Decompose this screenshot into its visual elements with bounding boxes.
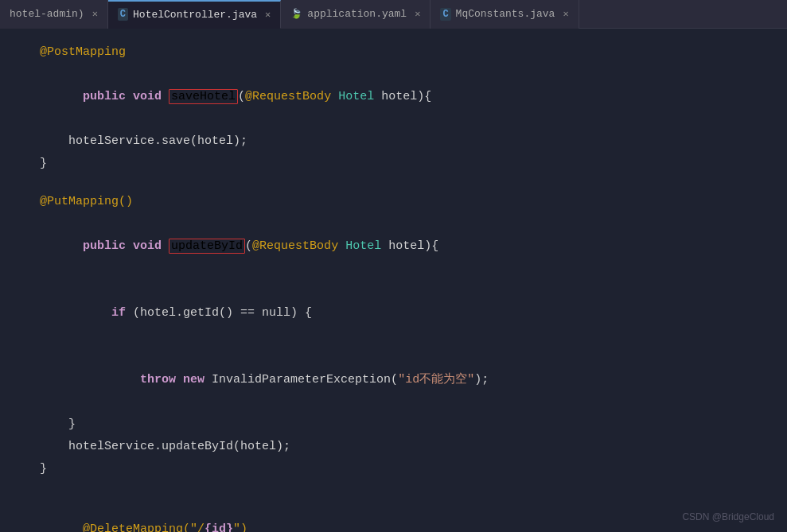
tab-hotel-admin-label: hotel-admin): [10, 8, 84, 20]
if-condition: (hotel.getId() == null) {: [126, 306, 312, 320]
line-close1: }: [40, 153, 771, 175]
line-close3: }: [40, 458, 771, 480]
kw-if: if: [111, 306, 126, 320]
updatebyid-params: (@RequestBody Hotel hotel){: [245, 239, 438, 253]
line-close2: }: [40, 414, 771, 436]
tab-application-yaml-icon: 🍃: [290, 8, 302, 20]
tab-application-yaml-close[interactable]: ✕: [415, 8, 420, 20]
line-if-null: if (hotel.getId() == null) {: [40, 280, 771, 347]
watermark: CSDN @BridgeCloud: [682, 511, 774, 522]
spacer1: [40, 175, 771, 191]
updatebyid-call-content: hotelService.updateById(hotel);: [40, 436, 771, 458]
if-null-content: if (hotel.getId() == null) {: [40, 280, 771, 347]
updatebyid-decl-content: public void updateById(@RequestBody Hote…: [40, 213, 771, 280]
tab-hotel-controller[interactable]: C HotelController.java ✕: [108, 0, 281, 29]
throw-close: );: [474, 373, 489, 386]
line-annotation2: @PutMapping(): [40, 191, 771, 213]
code-editor: @PostMapping public void saveHotel(@Requ…: [0, 29, 787, 532]
tab-hotel-controller-label: HotelController.java: [133, 9, 257, 21]
sp5: [176, 373, 183, 386]
string-id-empty: "id不能为空": [398, 373, 474, 386]
line-updatebyid-call: hotelService.updateById(hotel);: [40, 436, 771, 458]
kw-public1: public: [83, 90, 126, 103]
tab-mq-constants-label: MqConstants.java: [456, 8, 555, 20]
sp2: [162, 90, 169, 103]
tab-hotel-controller-close[interactable]: ✕: [265, 9, 271, 21]
line-savehotel-decl: public void saveHotel(@RequestBody Hotel…: [40, 64, 771, 130]
savehotel-params: (@RequestBody Hotel hotel){: [238, 90, 431, 103]
tab-hotel-controller-icon: C: [118, 8, 128, 21]
close2-content: }: [40, 414, 771, 436]
tab-bar: hotel-admin) ✕ C HotelController.java ✕ …: [0, 0, 787, 29]
throw-content: throw new InvalidParameterException("id不…: [40, 347, 771, 414]
sp4: [162, 239, 169, 253]
kw-new: new: [183, 373, 205, 386]
line-throw: throw new InvalidParameterException("id不…: [40, 347, 771, 414]
tab-mq-constants-close[interactable]: ✕: [563, 8, 568, 20]
annotation-postmapping: @PostMapping: [40, 41, 771, 64]
tab-mq-constants-icon: C: [440, 8, 450, 21]
savehotel-decl-content: public void saveHotel(@RequestBody Hotel…: [40, 64, 771, 130]
line-annotation3: @DeleteMapping("/{id}"): [40, 496, 771, 532]
kw-void2: void: [133, 239, 162, 253]
sp1: [126, 90, 133, 103]
method-updatebyid: updateById: [169, 239, 245, 254]
line-annotation1: @PostMapping: [40, 41, 771, 64]
line-updatebyid-decl: public void updateById(@RequestBody Hote…: [40, 213, 771, 280]
indent2: [83, 373, 140, 386]
save-call-content: hotelService.save(hotel);: [40, 130, 771, 153]
close1-content: }: [40, 153, 771, 175]
tab-application-yaml[interactable]: 🍃 application.yaml ✕: [281, 0, 431, 29]
kw-public2: public: [83, 239, 126, 253]
tab-hotel-admin-close[interactable]: ✕: [92, 8, 98, 20]
spacer2: [40, 480, 771, 496]
sp6: InvalidParameterException(: [205, 373, 398, 386]
tab-mq-constants[interactable]: C MqConstants.java ✕: [431, 0, 579, 29]
kw-void1: void: [133, 90, 162, 103]
indent1: [83, 306, 111, 320]
tab-hotel-admin[interactable]: hotel-admin) ✕: [0, 0, 108, 29]
tab-application-yaml-label: application.yaml: [307, 8, 407, 20]
method-savehotel: saveHotel: [169, 89, 238, 104]
annotation-deletemapping-content: @DeleteMapping("/{id}"): [40, 496, 771, 532]
close3-content: }: [40, 458, 771, 480]
sp3: [126, 239, 133, 253]
line-save-call: hotelService.save(hotel);: [40, 130, 771, 153]
annotation-deletemapping: @DeleteMapping("/{id}"): [83, 522, 247, 532]
annotation-putmapping: @PutMapping(): [40, 191, 771, 213]
kw-throw: throw: [140, 373, 176, 386]
